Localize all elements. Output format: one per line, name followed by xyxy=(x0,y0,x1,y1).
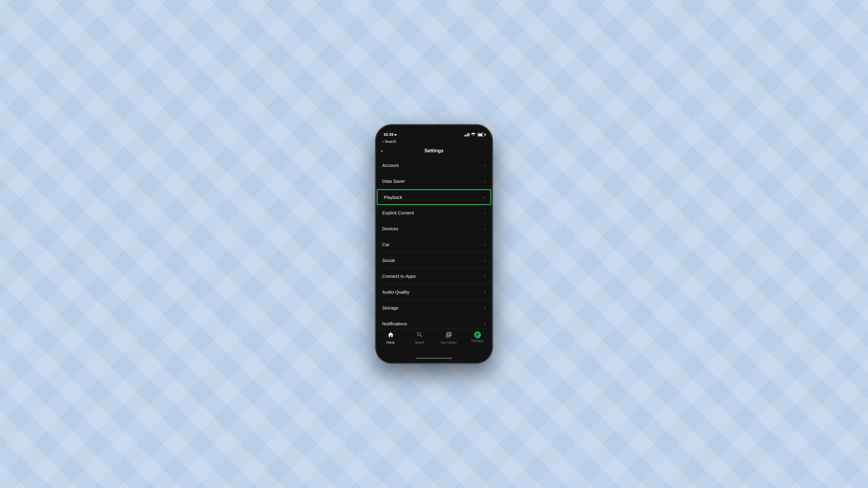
settings-item-account-label: Account xyxy=(382,163,399,168)
home-bar xyxy=(416,358,452,359)
tab-home-label: Home xyxy=(386,341,395,344)
settings-item-explicit-content-label: Explicit Content xyxy=(382,210,414,215)
status-icons xyxy=(464,132,485,137)
settings-item-connect-to-apps-label: Connect to Apps xyxy=(382,273,416,279)
settings-item-notifications[interactable]: Notifications › xyxy=(376,316,492,329)
spotify-premium-icon xyxy=(474,331,481,338)
tab-home[interactable]: Home xyxy=(376,331,405,344)
settings-item-storage-label: Storage xyxy=(382,305,398,311)
nav-bar: ‹ Settings xyxy=(376,144,492,158)
back-hint-bar: ‹ Search xyxy=(376,139,492,144)
chevron-right-icon: › xyxy=(484,321,486,326)
back-hint-label: Search xyxy=(384,139,396,144)
settings-item-data-saver[interactable]: Data Saver › xyxy=(376,173,492,189)
home-icon xyxy=(388,331,394,340)
settings-item-car-label: Car xyxy=(382,242,390,247)
search-icon xyxy=(416,331,423,340)
settings-item-storage[interactable]: Storage › xyxy=(376,300,492,316)
home-indicator xyxy=(376,354,492,363)
settings-item-playback-label: Playback xyxy=(384,195,402,200)
settings-item-account[interactable]: Account › xyxy=(376,158,492,173)
chevron-right-icon: › xyxy=(484,290,486,295)
phone-shell: 16:39 ▶ xyxy=(376,125,492,363)
tab-premium-label: Premium xyxy=(471,339,484,343)
nav-title: Settings xyxy=(424,148,443,154)
settings-item-explicit-content[interactable]: Explicit Content › xyxy=(376,205,492,221)
tab-your-library[interactable]: Your Library xyxy=(434,331,463,344)
library-icon xyxy=(445,331,452,340)
tab-premium[interactable]: Premium xyxy=(463,331,492,343)
settings-item-social[interactable]: Social › xyxy=(376,253,492,268)
settings-item-car[interactable]: Car › xyxy=(376,237,492,253)
chevron-right-icon: › xyxy=(484,179,486,184)
settings-item-audio-quality-label: Audio Quality xyxy=(382,289,409,295)
screen: 16:39 ▶ xyxy=(376,125,492,363)
settings-item-social-label: Social xyxy=(382,258,395,263)
battery-icon xyxy=(477,133,485,136)
chevron-right-icon: › xyxy=(484,163,486,168)
chevron-right-icon: › xyxy=(484,226,486,231)
back-hint-text: ‹ Search xyxy=(382,139,396,144)
chevron-right-icon: › xyxy=(483,195,484,199)
signal-icon xyxy=(464,133,469,136)
time-display: 16:39 xyxy=(383,132,394,137)
settings-item-connect-to-apps[interactable]: Connect to Apps › xyxy=(376,268,492,284)
chevron-right-icon: › xyxy=(484,258,486,263)
tab-bar: Home Search xyxy=(376,329,492,354)
back-chevron-icon: ‹ xyxy=(381,148,383,154)
settings-list: Account › Data Saver › Playback › Explic… xyxy=(376,158,492,329)
back-button[interactable]: ‹ xyxy=(381,148,383,154)
settings-item-data-saver-label: Data Saver xyxy=(382,178,405,184)
chevron-right-icon: › xyxy=(484,305,486,311)
settings-item-devices[interactable]: Devices › xyxy=(376,221,492,237)
tab-your-library-label: Your Library xyxy=(440,341,457,344)
notch xyxy=(411,125,457,134)
wifi-icon xyxy=(471,132,475,137)
chevron-right-icon: › xyxy=(484,274,486,279)
settings-item-devices-label: Devices xyxy=(382,226,398,231)
location-icon: ▶ xyxy=(395,133,397,136)
status-time: 16:39 ▶ xyxy=(383,132,397,137)
chevron-right-icon: › xyxy=(484,210,486,215)
tab-search-label: Search xyxy=(415,341,425,344)
settings-item-audio-quality[interactable]: Audio Quality › xyxy=(376,284,492,300)
tab-search[interactable]: Search xyxy=(405,331,434,344)
chevron-right-icon: › xyxy=(484,242,486,247)
settings-item-notifications-label: Notifications xyxy=(382,321,407,326)
settings-item-playback[interactable]: Playback › xyxy=(377,189,491,205)
